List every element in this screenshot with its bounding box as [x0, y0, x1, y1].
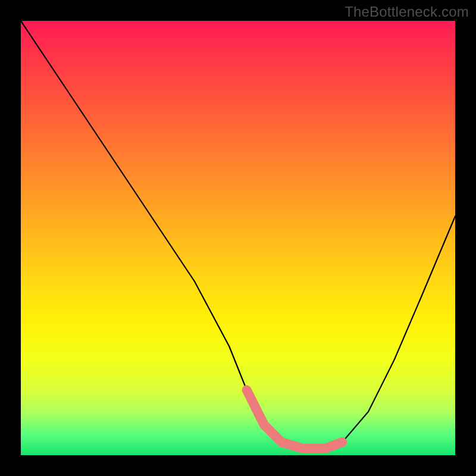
chart-frame: TheBottleneck.com — [0, 0, 476, 476]
optimal-zone-highlight — [247, 390, 343, 449]
watermark-text: TheBottleneck.com — [345, 4, 469, 20]
chart-svg — [21, 21, 455, 455]
plot-area — [21, 21, 455, 455]
bottleneck-curve — [21, 21, 455, 449]
